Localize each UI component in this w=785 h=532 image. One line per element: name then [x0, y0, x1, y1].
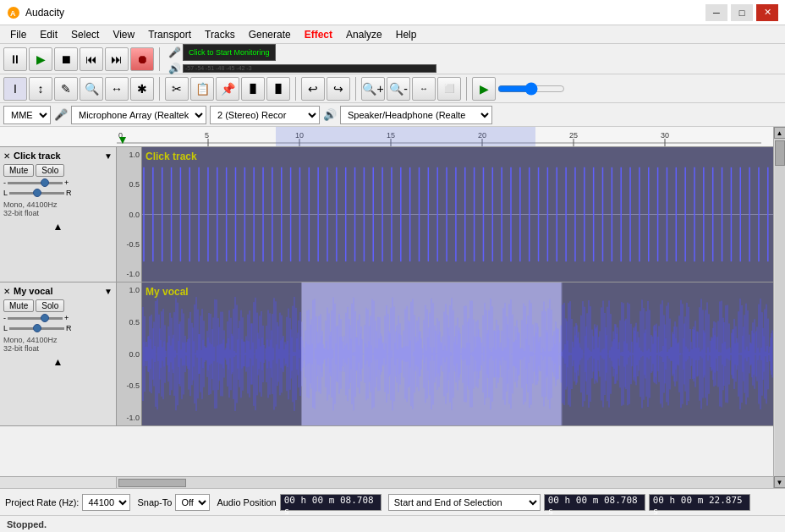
- scroll-down-button[interactable]: ▼: [774, 476, 786, 488]
- envelope-tool-button[interactable]: ↕: [29, 77, 52, 101]
- svg-text:5: 5: [205, 131, 209, 140]
- selection-tool-button[interactable]: I: [3, 77, 27, 101]
- skip-start-button[interactable]: ⏮: [80, 47, 103, 71]
- silence-button[interactable]: ▐▌: [266, 77, 290, 101]
- paste-button[interactable]: 📌: [216, 77, 239, 101]
- snap-to-select[interactable]: Off: [175, 494, 210, 511]
- time-ruler: ▼ 0 5 10 15: [0, 127, 773, 147]
- timeshift-tool-button[interactable]: ↔: [105, 77, 129, 101]
- vu-play-meter: -57 -54 -51 -48 -45 -42 -3: [183, 64, 436, 73]
- project-rate-field: Project Rate (Hz): 44100: [5, 494, 130, 511]
- cut-button[interactable]: ✂: [165, 77, 189, 101]
- vocal-track-mute-button[interactable]: Mute: [3, 299, 34, 312]
- vocal-pan-l: L: [3, 324, 8, 332]
- vertical-scrollbar[interactable]: ▲ ▼: [773, 127, 785, 488]
- menu-help[interactable]: Help: [389, 27, 424, 42]
- click-track-volume-slider[interactable]: [8, 182, 63, 184]
- selection-type-select[interactable]: Start and End of Selection: [388, 494, 541, 511]
- vocal-track-info: Mono, 44100Hz 32-bit float: [3, 336, 113, 353]
- svg-text:A: A: [10, 9, 16, 18]
- vocal-pan-r: R: [66, 324, 72, 332]
- redo-button[interactable]: ↪: [327, 77, 350, 101]
- click-track-mute-button[interactable]: Mute: [3, 164, 34, 177]
- menu-transport[interactable]: Transport: [141, 27, 198, 42]
- click-vol-plus: +: [64, 178, 69, 187]
- menu-file[interactable]: File: [3, 27, 33, 42]
- device-bar: MME 🎤 Microphone Array (Realtek 2 (Stere…: [0, 103, 785, 127]
- click-track-expand[interactable]: ▲: [3, 221, 113, 233]
- output-device-select[interactable]: Speaker/Headphone (Realte: [340, 106, 492, 124]
- minimize-button[interactable]: ─: [705, 4, 727, 21]
- click-track-pan-row: L R: [3, 189, 113, 197]
- menu-view[interactable]: View: [106, 27, 141, 42]
- play-button[interactable]: ▶: [29, 47, 52, 71]
- svg-text:10: 10: [295, 131, 304, 140]
- scroll-thumb[interactable]: [118, 479, 186, 487]
- green-arrow-icon: ▼: [117, 133, 129, 146]
- click-track-buttons: Mute Solo: [3, 164, 113, 177]
- skip-end-button[interactable]: ⏭: [105, 47, 129, 71]
- zoom-in-button[interactable]: 🔍+: [361, 77, 385, 101]
- mic-device-icon: 🎤: [54, 108, 68, 121]
- tracks-wrapper: ▼ 0 5 10 15: [0, 127, 785, 488]
- menu-edit[interactable]: Edit: [33, 27, 64, 42]
- close-button[interactable]: ✕: [756, 4, 778, 21]
- scroll-track-vertical[interactable]: [775, 139, 785, 476]
- trim-button[interactable]: ▐▌: [241, 77, 265, 101]
- menu-analyze[interactable]: Analyze: [339, 27, 389, 42]
- click-track-volume-row: - +: [3, 178, 113, 187]
- svg-text:20: 20: [478, 131, 486, 140]
- input-device-select[interactable]: Microphone Array (Realtek: [71, 106, 206, 124]
- multi-tool-button[interactable]: ✱: [130, 77, 154, 101]
- snap-to-label: Snap-To: [137, 497, 172, 507]
- speaker-device-icon: 🔊: [323, 108, 337, 121]
- copy-button[interactable]: 📋: [190, 77, 214, 101]
- vocal-track-menu-arrow[interactable]: ▼: [104, 287, 113, 296]
- vocal-track-solo-button[interactable]: Solo: [36, 299, 64, 312]
- scroll-thumb-vertical[interactable]: [775, 140, 785, 166]
- selection-start-value: 00 h 00 m 08.708 s: [544, 494, 645, 511]
- vocal-track-control: ✕ My vocal ▼ Mute Solo - +: [0, 282, 117, 425]
- vocal-track-name: My vocal: [14, 286, 101, 296]
- host-select[interactable]: MME: [3, 106, 51, 124]
- stop-button[interactable]: ⏹: [54, 47, 78, 71]
- zoom-sel-button[interactable]: ⬜: [437, 77, 461, 101]
- click-track-solo-button[interactable]: Solo: [36, 164, 64, 177]
- vocal-track-volume-slider[interactable]: [8, 317, 63, 320]
- menu-select[interactable]: Select: [64, 27, 106, 42]
- zoom-out-button[interactable]: 🔍-: [387, 77, 410, 101]
- undo-button[interactable]: ↩: [301, 77, 325, 101]
- vocal-vol-minus: -: [3, 314, 6, 322]
- menu-effect[interactable]: Effect: [298, 27, 339, 42]
- zoom-buttons: 🔍+ 🔍- ↔ ⬜: [361, 77, 461, 101]
- menu-generate[interactable]: Generate: [242, 27, 298, 42]
- click-track-close-button[interactable]: ✕: [3, 151, 10, 161]
- zoom-fit-button[interactable]: ↔: [412, 77, 436, 101]
- click-track-pan-slider[interactable]: [9, 192, 64, 195]
- vocal-track-expand[interactable]: ▲: [3, 356, 113, 368]
- click-track-menu-arrow[interactable]: ▼: [104, 151, 113, 161]
- title-bar: A Audacity ─ □ ✕: [0, 0, 785, 25]
- channels-select[interactable]: 2 (Stereo) Recor: [210, 106, 320, 124]
- vocal-track-close-button[interactable]: ✕: [3, 287, 10, 296]
- project-rate-select[interactable]: 44100: [82, 494, 130, 511]
- vocal-track-pan-row: L R: [3, 324, 113, 332]
- maximize-button[interactable]: □: [731, 4, 753, 21]
- vu-record-monitor[interactable]: Click to Start Monitoring: [183, 44, 276, 61]
- window-controls: ─ □ ✕: [705, 4, 778, 21]
- playback-speed-slider[interactable]: [497, 82, 565, 96]
- menu-tracks[interactable]: Tracks: [198, 27, 242, 42]
- scroll-track[interactable]: [117, 477, 773, 488]
- zoom-tool-button[interactable]: 🔍: [80, 77, 103, 101]
- vu-meter-area: 🎤 Click to Start Monitoring 🔊 -57 -54 -5…: [168, 44, 436, 74]
- pause-button[interactable]: ⏸: [3, 47, 27, 71]
- stopped-bar: Stopped.: [0, 515, 785, 532]
- draw-tool-button[interactable]: ✎: [54, 77, 78, 101]
- record-button[interactable]: ⏺: [130, 47, 154, 71]
- track-row-click: ✕ Click track ▼ Mute Solo - +: [0, 147, 773, 282]
- play-at-speed-button[interactable]: ▶: [472, 77, 496, 101]
- scroll-up-button[interactable]: ▲: [774, 127, 786, 139]
- speaker-icon: 🔊: [168, 63, 181, 74]
- menu-bar: File Edit Select View Transport Tracks G…: [0, 25, 785, 44]
- vocal-track-pan-slider[interactable]: [9, 327, 64, 330]
